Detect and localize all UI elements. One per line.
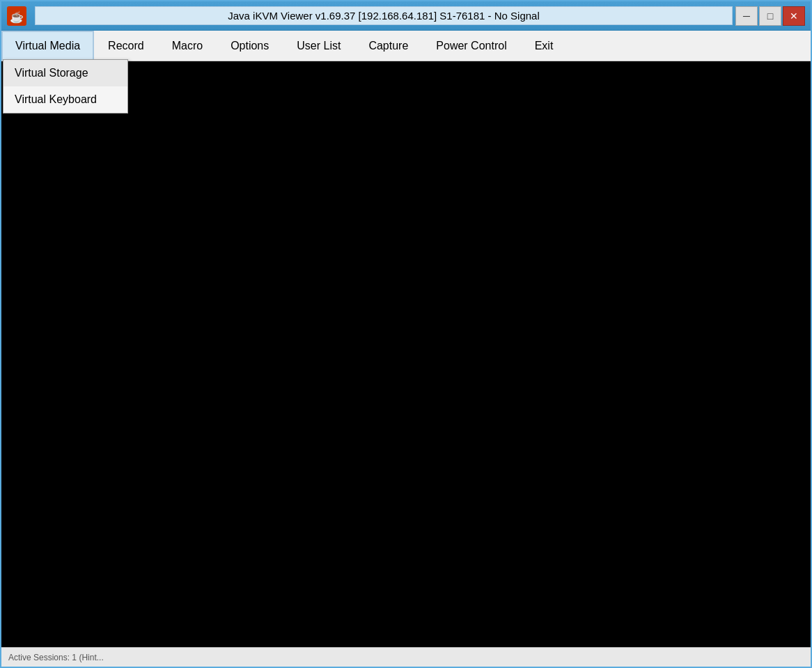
menu-item-exit-label: Exit [535,40,554,52]
virtual-storage-label: Virtual Storage [15,67,88,79]
menu-item-macro-label: Macro [172,40,203,52]
menu-item-exit[interactable]: Exit [521,31,568,61]
menu-item-record[interactable]: Record [94,31,158,61]
close-button[interactable]: ✕ [783,6,805,26]
menu-item-capture[interactable]: Capture [354,31,422,61]
menu-item-capture-label: Capture [368,40,408,52]
menu-item-user-list-label: User List [297,40,341,52]
svg-text:☕: ☕ [10,10,24,24]
menu-item-virtual-media[interactable]: Virtual Media Virtual Storage Virtual Ke… [1,31,94,61]
menu-item-virtual-media-label: Virtual Media [15,40,80,52]
window-title: Java iKVM Viewer v1.69.37 [192.168.64.18… [35,6,733,25]
main-window: ☕ Java iKVM Viewer v1.69.37 [192.168.64.… [0,0,812,668]
minimize-button[interactable]: ─ [735,6,758,26]
kvm-display[interactable] [1,61,811,647]
menu-item-record-label: Record [108,40,144,52]
dropdown-item-virtual-storage[interactable]: Virtual Storage [3,60,127,86]
menu-item-power-control[interactable]: Power Control [422,31,520,61]
menu-item-power-control-label: Power Control [436,40,506,52]
menu-item-macro[interactable]: Macro [158,31,217,61]
dropdown-item-virtual-keyboard[interactable]: Virtual Keyboard [3,86,127,113]
virtual-keyboard-label: Virtual Keyboard [15,93,97,105]
title-bar: ☕ Java iKVM Viewer v1.69.37 [192.168.64.… [1,1,811,31]
status-text: Active Sessions: 1 (Hint... [8,653,104,662]
virtual-media-dropdown: Virtual Storage Virtual Keyboard [3,59,128,114]
menu-item-options[interactable]: Options [217,31,283,61]
menu-item-options-label: Options [231,40,269,52]
restore-button[interactable]: □ [759,6,781,26]
menu-item-user-list[interactable]: User List [283,31,354,61]
window-controls: ─ □ ✕ [735,6,805,26]
menu-bar: Virtual Media Virtual Storage Virtual Ke… [1,31,811,61]
java-icon: ☕ [7,6,26,26]
status-bar: Active Sessions: 1 (Hint... [1,647,811,667]
